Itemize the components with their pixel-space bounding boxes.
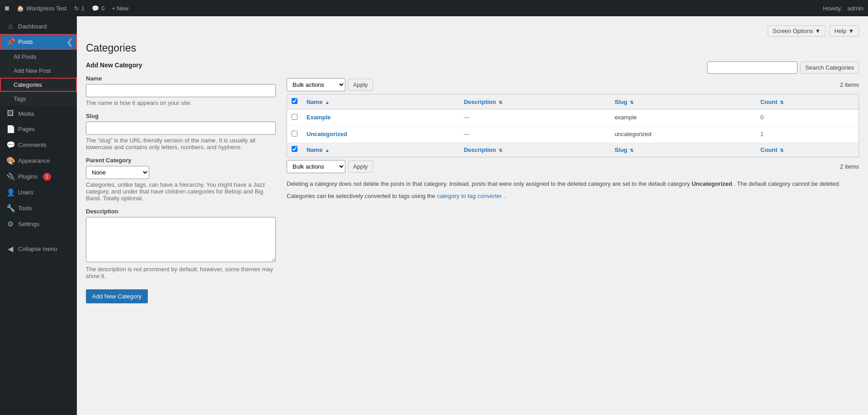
updates-link[interactable]: ↻ 1 [74, 5, 85, 12]
search-input[interactable] [707, 61, 797, 74]
sidebar-item-posts[interactable]: 📌 Posts ❮ [0, 34, 77, 50]
col-description-header[interactable]: Description ⇅ [459, 94, 610, 109]
sidebar-item-appearance[interactable]: 🎨 Appearance [0, 153, 77, 169]
categories-label: Categories [14, 81, 42, 88]
sidebar-item-add-new-post[interactable]: Add New Post [0, 64, 77, 78]
help-chevron: ▼ [848, 28, 854, 34]
screen-options-button[interactable]: Screen Options ▼ [768, 25, 826, 37]
sidebar-item-all-posts[interactable]: All Posts [0, 50, 77, 64]
sidebar-item-pages[interactable]: 📄 Pages [0, 121, 77, 137]
slug-input[interactable] [86, 122, 276, 135]
row-count-link-2[interactable]: 1 [760, 131, 764, 137]
apply-button-bottom[interactable]: Apply [348, 160, 373, 173]
slug-field: Slug The “slug” is the URL-friendly vers… [86, 113, 276, 151]
table-header-row: Name ▲ Description ⇅ Slug ⇅ [287, 94, 859, 109]
comments-count: 0 [101, 5, 104, 12]
top-right-bar: Screen Options ▼ Help ▼ [86, 25, 859, 37]
col-name-footer[interactable]: Name ▲ [302, 142, 459, 157]
sidebar-label-dashboard: Dashboard [18, 23, 47, 30]
col-count-footer[interactable]: Count ⇅ [756, 142, 859, 157]
delete-info-text1: Deleting a category does not delete the … [287, 180, 690, 187]
wp-logo-link[interactable]: ■ [5, 4, 9, 13]
search-row: Search Categories [287, 61, 859, 74]
sidebar-item-media[interactable]: 🖼 Media [0, 106, 77, 121]
dashboard-icon: ⌂ [6, 22, 14, 30]
name-input[interactable] [86, 84, 276, 97]
comments-icon: 💬 [92, 5, 99, 12]
category-name-link-2[interactable]: Uncategorized [307, 131, 347, 137]
plugins-icon: 🔌 [6, 172, 14, 181]
help-button[interactable]: Help ▼ [829, 25, 859, 37]
col-slug-label: Slug [614, 99, 627, 105]
select-all-checkbox-top[interactable] [292, 98, 297, 104]
col-count-header[interactable]: Count ⇅ [756, 94, 859, 109]
description-input[interactable] [86, 217, 276, 262]
table-footer-row: Name ▲ Description ⇅ Slug ⇅ [287, 142, 859, 157]
settings-icon: ⚙ [6, 220, 14, 228]
comments-link[interactable]: 💬 0 [92, 5, 104, 12]
users-icon: 👤 [6, 188, 14, 197]
col-slug-footer-sort: ⇅ [630, 148, 633, 153]
col-count-label: Count [760, 99, 778, 105]
sidebar-item-tools[interactable]: 🔧 Tools [0, 200, 77, 216]
col-count-footer-sort: ⇅ [780, 148, 783, 153]
sidebar-label-comments: Comments [18, 141, 47, 148]
col-slug-footer[interactable]: Slug ⇅ [610, 142, 756, 157]
username-text: admin [848, 5, 863, 12]
media-icon: 🖼 [6, 109, 14, 118]
col-slug-header[interactable]: Slug ⇅ [610, 94, 756, 109]
row-description-cell-2: — [459, 126, 610, 143]
sidebar-item-collapse[interactable]: ◀ Collapse menu [0, 241, 77, 257]
category-to-tag-link[interactable]: category to tag converter [437, 193, 502, 199]
sidebar-collapse-label: Collapse menu [18, 245, 57, 252]
all-posts-label: All Posts [14, 53, 37, 60]
sidebar-item-categories[interactable]: Categories [0, 78, 77, 92]
sidebar-item-tags[interactable]: Tags [0, 92, 77, 106]
col-name-footer-label: Name [307, 146, 322, 153]
row-count-link-1[interactable]: 0 [760, 114, 764, 121]
home-icon: 🏠 [17, 5, 24, 12]
sidebar-item-dashboard[interactable]: ⌂ Dashboard [0, 19, 77, 34]
bulk-select-bottom[interactable]: Bulk actions [287, 160, 345, 173]
posts-icon: 📌 [6, 38, 14, 46]
search-categories-button[interactable]: Search Categories [800, 61, 859, 74]
delete-info-p1: Deleting a category does not delete the … [287, 179, 859, 189]
sidebar-item-settings[interactable]: ⚙ Settings [0, 216, 77, 232]
sidebar-item-comments[interactable]: 💬 Comments [0, 137, 77, 153]
bulk-select-top[interactable]: Bulk actions [287, 78, 345, 91]
sidebar-item-plugins[interactable]: 🔌 Plugins 1 [0, 169, 77, 184]
col-name-header[interactable]: Name ▲ [302, 94, 459, 109]
col-count-footer-label: Count [760, 146, 778, 153]
site-name-link[interactable]: 🏠 Wordpress Test [17, 5, 67, 12]
appearance-icon: 🎨 [6, 156, 14, 165]
page-title: Categories [86, 42, 859, 54]
new-content-link[interactable]: + New [112, 5, 128, 12]
bulk-actions-bottom: Bulk actions Apply 2 items [287, 160, 859, 173]
categories-table: Name ▲ Description ⇅ Slug ⇅ [287, 94, 859, 157]
sidebar-label-pages: Pages [18, 126, 35, 132]
collapse-icon: ◀ [6, 245, 14, 253]
col-name-sort-icon: ▲ [325, 100, 330, 105]
col-description-label: Description [464, 99, 496, 105]
row-count-cell-2: 1 [756, 126, 859, 143]
items-count-top: 2 items [840, 81, 859, 88]
row-checkbox-1[interactable] [292, 114, 297, 120]
parent-select[interactable]: None [86, 166, 149, 179]
sidebar-label-tools: Tools [18, 205, 32, 212]
parent-category-field: Parent Category None Categories, unlike … [86, 157, 276, 202]
items-count-bottom: 2 items [840, 163, 859, 170]
sidebar-item-users[interactable]: 👤 Users [0, 184, 77, 200]
row-checkbox-2[interactable] [292, 131, 297, 137]
select-all-checkbox-bottom[interactable] [292, 146, 297, 152]
add-category-button[interactable]: Add New Category [86, 289, 148, 303]
col-slug-sort-icon: ⇅ [630, 100, 633, 105]
col-description-footer-label: Description [464, 146, 496, 153]
category-name-link-1[interactable]: Example [307, 114, 330, 121]
table-row: Example Edit | Delete | View — [287, 109, 859, 126]
sidebar-label-appearance: Appearance [18, 157, 50, 164]
main-content: Screen Options ▼ Help ▼ Categories Add N… [77, 16, 868, 415]
col-description-footer[interactable]: Description ⇅ [459, 142, 610, 157]
row-checkbox-cell-1 [287, 109, 302, 126]
apply-button-top[interactable]: Apply [348, 79, 373, 91]
col-name-label: Name [307, 99, 322, 105]
